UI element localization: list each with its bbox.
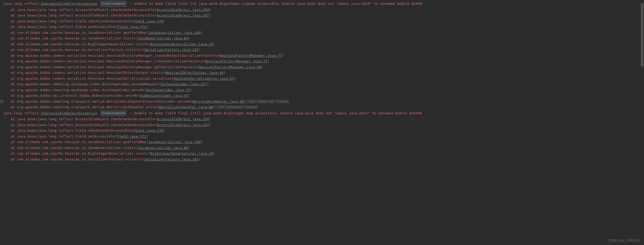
stack-frame: at com.alibaba.com.caucho.hessian.io.Ser…	[3, 156, 644, 162]
frame-text: at org.apache.dubbo.rpc.protocol.dubbo.D…	[11, 94, 140, 98]
source-link[interactable]: ExchangeCodec.java:75	[146, 88, 190, 92]
source-link[interactable]: ExchangeCodec.java:257	[161, 82, 207, 86]
exception-class-link[interactable]: InaccessibleObjectException	[41, 2, 97, 6]
stack-frame: at org.apache.dubbo.remoting.exchange.co…	[3, 87, 644, 93]
source-link[interactable]: JavaDeserializer.java:340	[148, 140, 201, 144]
stack-frame: at org.apache.dubbo.rpc.protocol.dubbo.D…	[3, 93, 644, 99]
source-link[interactable]: BigIntegerDeserializer.java:25	[150, 151, 213, 155]
internal-lines-fold[interactable]: <11 internal lines>	[246, 99, 289, 103]
frame-text: at java.base/java.lang.reflect.Accessibl…	[11, 117, 157, 121]
stack-frame: at java.base/java.lang.reflect.Accessibl…	[3, 13, 644, 18]
exception-class-prefix: java.lang.reflect.	[3, 111, 41, 115]
stack-frame: at com.alibaba.com.caucho.hessian.io.Big…	[3, 41, 644, 47]
frame-after: )	[200, 140, 203, 144]
frame-text: at org.apache.dubbo.remoting.exchange.co…	[11, 88, 146, 92]
create-breakpoint-button[interactable]: Create breakpoint	[100, 110, 127, 117]
stack-frame: at java.base/java.lang.reflect.Field.set…	[3, 134, 644, 139]
source-link[interactable]: JavaDeserializer.java:80	[138, 36, 188, 40]
frame-text: at java.base/java.lang.reflect.Field.che…	[11, 19, 134, 23]
frame-text: at org.apache.dubbo.common.serialize.hes…	[11, 77, 173, 81]
frame-after: )	[209, 123, 211, 127]
stack-frame: at org.apache.dubbo.common.serialize.hes…	[3, 76, 644, 82]
stack-frame: at com.alibaba.com.caucho.hessian.io.Jav…	[3, 35, 644, 41]
frame-after: )	[188, 94, 190, 98]
frame-text: at com.alibaba.com.caucho.hessian.io.Jav…	[11, 140, 148, 144]
console-output: java.lang.reflect.InaccessibleObjectExce…	[0, 0, 644, 162]
stack-frame: at org.apache.dubbo.common.serialize.hes…	[3, 64, 644, 70]
source-link[interactable]: SerializerFactory.java:142	[144, 48, 199, 52]
source-link[interactable]: AccessibleObject.java:297	[157, 123, 209, 127]
vertical-scrollbar[interactable]	[641, 0, 643, 245]
frame-after: )	[209, 8, 211, 12]
frame-after: )	[198, 157, 200, 161]
stack-frame: at java.base/java.lang.reflect.Accessibl…	[3, 116, 644, 122]
source-link[interactable]: SerializerFactory.java:142	[144, 157, 199, 161]
fold-toggle-icon[interactable]: +	[0, 100, 3, 103]
frame-after: )	[188, 36, 190, 40]
frame-text: at org.apache.dubbo.common.serialize.hes…	[11, 59, 205, 63]
source-link[interactable]: JavaDeserializer.java:340	[148, 31, 201, 35]
frame-text: at com.alibaba.com.caucho.hessian.io.Big…	[11, 42, 150, 46]
stack-frame: at java.base/java.lang.reflect.Accessibl…	[3, 122, 644, 128]
frame-text: at org.apache.dubbo.common.serialize.hes…	[11, 65, 198, 69]
source-link[interactable]: Hessian2ObjectOutput.java:44	[165, 71, 223, 75]
source-link[interactable]: AccessibleObject.java:297	[157, 13, 209, 17]
source-link[interactable]: Field.java:172	[117, 25, 146, 29]
source-link[interactable]: Hessian2FactoryManager.java:77	[219, 54, 282, 58]
frame-text: at java.base/java.lang.reflect.Field.set…	[11, 134, 117, 138]
frame-after: )	[146, 25, 148, 29]
frame-text: at com.alibaba.com.caucho.hessian.io.Ser…	[11, 48, 144, 52]
frame-text: at java.base/java.lang.reflect.Accessibl…	[11, 123, 157, 127]
stack-frame: at org.apache.dubbo.common.serialize.hes…	[3, 53, 644, 59]
stack-frame: at org.apache.dubbo.common.serialize.hes…	[3, 70, 644, 76]
frame-text: at org.apache.dubbo.common.serialize.hes…	[11, 54, 219, 58]
exception-header: java.lang.reflect.InaccessibleObjectExce…	[3, 1, 644, 7]
internal-lines-fold[interactable]: <13 internal lines>	[215, 105, 258, 109]
source-link[interactable]: Field.java:178	[134, 19, 163, 23]
frame-text: at java.base/java.lang.reflect.Field.che…	[11, 128, 134, 132]
stack-frame: at java.base/java.lang.reflect.Field.set…	[3, 24, 644, 30]
source-link[interactable]: Field.java:178	[134, 128, 163, 132]
source-link[interactable]: AccessibleObject.java:354	[157, 117, 209, 121]
stack-frame: at com.alibaba.com.caucho.hessian.io.Jav…	[3, 139, 644, 145]
stack-frame: at com.alibaba.com.caucho.hessian.io.Jav…	[3, 30, 644, 36]
source-link[interactable]: BigIntegerDeserializer.java:25	[150, 42, 213, 46]
stack-frame: at org.apache.dubbo.common.serialize.hes…	[3, 58, 644, 64]
frame-text: at org.apache.dubbo.common.serialize.hes…	[11, 71, 165, 75]
frame-after: )	[163, 19, 165, 23]
stack-frame: at com.alibaba.com.caucho.hessian.io.Big…	[3, 151, 644, 156]
frame-text: at java.base/java.lang.reflect.Field.set…	[11, 25, 117, 29]
source-link[interactable]: DubboCountCodec.java:47	[140, 94, 188, 98]
frame-text: at org.apache.dubbo.remoting.transport.n…	[11, 99, 192, 103]
source-link[interactable]: AccessibleObject.java:354	[157, 8, 209, 12]
frame-after: )	[190, 88, 192, 92]
frame-after: )	[267, 59, 269, 63]
frame-text: at com.alibaba.com.caucho.hessian.io.Jav…	[11, 146, 138, 150]
frame-after: )	[213, 151, 215, 155]
stack-frame: at java.base/java.lang.reflect.Accessibl…	[3, 7, 644, 13]
scrollbar-thumb[interactable]	[641, 3, 643, 67]
frame-after: )	[163, 128, 165, 132]
frame-text: at org.apache.dubbo.remoting.transport.n…	[11, 105, 159, 109]
frame-after: )	[213, 42, 215, 46]
source-link[interactable]: NettyClientHandler.java:88	[159, 105, 213, 109]
stack-frame: at org.apache.dubbo.remoting.transport.n…	[3, 104, 644, 110]
create-breakpoint-button[interactable]: Create breakpoint	[100, 1, 127, 7]
stack-frame: at com.alibaba.com.caucho.hessian.io.Ser…	[3, 47, 644, 53]
source-link[interactable]: Hessian2FactoryManager.java:73	[205, 59, 267, 63]
source-link[interactable]: Hessian2Serialization.java:57	[173, 77, 234, 81]
source-link[interactable]: JavaDeserializer.java:80	[138, 146, 188, 150]
frame-after: )	[207, 82, 209, 86]
frame-after: )	[213, 105, 215, 109]
frame-text: at org.apache.dubbo.remoting.exchange.co…	[11, 82, 161, 86]
source-link[interactable]: NettyCodecAdapter.java:69	[192, 99, 244, 103]
frame-after: )	[146, 134, 148, 138]
source-link[interactable]: Field.java:172	[117, 134, 146, 138]
stack-frame: at java.base/java.lang.reflect.Field.che…	[3, 18, 644, 24]
source-link[interactable]: Hessian2FactoryManager.java:58	[198, 65, 261, 69]
exception-message: : Unable to make field final int[] java.…	[128, 111, 422, 115]
exception-class-link[interactable]: InaccessibleObjectException	[41, 111, 97, 115]
stack-frame: at org.apache.dubbo.remoting.exchange.co…	[3, 81, 644, 87]
frame-after: )	[188, 146, 190, 150]
frame-after: )	[198, 48, 200, 52]
